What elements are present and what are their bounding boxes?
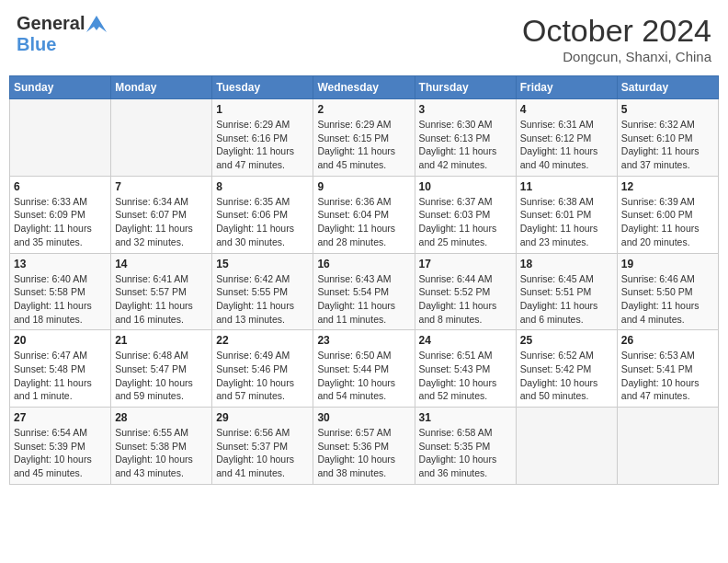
logo: General Blue	[17, 13, 107, 55]
day-info: Sunrise: 6:44 AM Sunset: 5:52 PM Dayligh…	[419, 272, 512, 327]
day-info: Sunrise: 6:45 AM Sunset: 5:51 PM Dayligh…	[520, 272, 613, 327]
location-title: Dongcun, Shanxi, China	[522, 49, 711, 64]
calendar-day-header: Sunday	[10, 76, 111, 99]
calendar-cell: 20Sunrise: 6:47 AM Sunset: 5:48 PM Dayli…	[10, 330, 111, 408]
calendar-cell: 31Sunrise: 6:58 AM Sunset: 5:35 PM Dayli…	[415, 408, 516, 485]
day-info: Sunrise: 6:32 AM Sunset: 6:10 PM Dayligh…	[621, 118, 714, 172]
day-number: 30	[317, 411, 410, 424]
calendar-cell: 28Sunrise: 6:55 AM Sunset: 5:38 PM Dayli…	[111, 408, 212, 485]
day-number: 12	[621, 180, 714, 193]
day-number: 20	[14, 334, 107, 347]
day-info: Sunrise: 6:57 AM Sunset: 5:36 PM Dayligh…	[317, 426, 410, 480]
calendar-cell: 5Sunrise: 6:32 AM Sunset: 6:10 PM Daylig…	[617, 99, 718, 177]
calendar-cell	[111, 99, 212, 177]
day-info: Sunrise: 6:30 AM Sunset: 6:13 PM Dayligh…	[419, 118, 512, 172]
day-number: 16	[317, 258, 410, 270]
calendar-day-header: Wednesday	[313, 76, 415, 99]
calendar-cell: 24Sunrise: 6:51 AM Sunset: 5:43 PM Dayli…	[415, 330, 516, 408]
day-number: 31	[419, 411, 512, 424]
calendar-cell: 12Sunrise: 6:39 AM Sunset: 6:00 PM Dayli…	[617, 176, 718, 253]
calendar-day-header: Saturday	[617, 76, 718, 99]
calendar-cell: 11Sunrise: 6:38 AM Sunset: 6:01 PM Dayli…	[516, 176, 617, 253]
calendar-cell: 1Sunrise: 6:29 AM Sunset: 6:16 PM Daylig…	[212, 99, 313, 177]
day-info: Sunrise: 6:35 AM Sunset: 6:06 PM Dayligh…	[216, 195, 309, 249]
day-number: 18	[520, 258, 613, 270]
calendar-cell: 16Sunrise: 6:43 AM Sunset: 5:54 PM Dayli…	[313, 253, 415, 330]
calendar-day-header: Friday	[516, 76, 617, 99]
day-info: Sunrise: 6:54 AM Sunset: 5:39 PM Dayligh…	[14, 426, 107, 480]
calendar-cell: 8Sunrise: 6:35 AM Sunset: 6:06 PM Daylig…	[212, 176, 313, 253]
calendar-day-header: Thursday	[415, 76, 516, 99]
day-info: Sunrise: 6:41 AM Sunset: 5:57 PM Dayligh…	[115, 272, 208, 327]
calendar-cell: 25Sunrise: 6:52 AM Sunset: 5:42 PM Dayli…	[516, 330, 617, 408]
day-number: 29	[216, 411, 309, 424]
day-info: Sunrise: 6:51 AM Sunset: 5:43 PM Dayligh…	[419, 349, 512, 403]
day-info: Sunrise: 6:49 AM Sunset: 5:46 PM Dayligh…	[216, 349, 309, 403]
day-info: Sunrise: 6:43 AM Sunset: 5:54 PM Dayligh…	[317, 272, 410, 327]
calendar-cell: 9Sunrise: 6:36 AM Sunset: 6:04 PM Daylig…	[313, 176, 415, 253]
calendar-cell: 22Sunrise: 6:49 AM Sunset: 5:46 PM Dayli…	[212, 330, 313, 408]
title-area: October 2024 Dongcun, Shanxi, China	[522, 13, 711, 64]
calendar-cell: 17Sunrise: 6:44 AM Sunset: 5:52 PM Dayli…	[415, 253, 516, 330]
day-number: 4	[520, 103, 613, 116]
day-number: 23	[317, 334, 410, 347]
day-info: Sunrise: 6:50 AM Sunset: 5:44 PM Dayligh…	[317, 349, 410, 403]
day-info: Sunrise: 6:34 AM Sunset: 6:07 PM Dayligh…	[115, 195, 208, 249]
calendar-cell: 14Sunrise: 6:41 AM Sunset: 5:57 PM Dayli…	[111, 253, 212, 330]
calendar-cell	[617, 408, 718, 485]
month-title: October 2024	[522, 13, 711, 49]
day-info: Sunrise: 6:29 AM Sunset: 6:15 PM Dayligh…	[317, 118, 410, 172]
calendar-cell: 10Sunrise: 6:37 AM Sunset: 6:03 PM Dayli…	[415, 176, 516, 253]
day-info: Sunrise: 6:55 AM Sunset: 5:38 PM Dayligh…	[115, 426, 208, 480]
calendar-cell	[10, 99, 111, 177]
day-number: 6	[14, 180, 107, 193]
day-info: Sunrise: 6:58 AM Sunset: 5:35 PM Dayligh…	[419, 426, 512, 480]
day-number: 1	[216, 103, 309, 116]
calendar-cell: 13Sunrise: 6:40 AM Sunset: 5:58 PM Dayli…	[10, 253, 111, 330]
day-number: 3	[419, 103, 512, 116]
day-info: Sunrise: 6:52 AM Sunset: 5:42 PM Dayligh…	[520, 349, 613, 403]
day-info: Sunrise: 6:42 AM Sunset: 5:55 PM Dayligh…	[216, 272, 309, 327]
day-number: 25	[520, 334, 613, 347]
calendar-cell: 26Sunrise: 6:53 AM Sunset: 5:41 PM Dayli…	[617, 330, 718, 408]
day-info: Sunrise: 6:37 AM Sunset: 6:03 PM Dayligh…	[419, 195, 512, 249]
day-number: 27	[14, 411, 107, 424]
calendar-cell: 19Sunrise: 6:46 AM Sunset: 5:50 PM Dayli…	[617, 253, 718, 330]
calendar-table: SundayMondayTuesdayWednesdayThursdayFrid…	[9, 75, 719, 485]
day-number: 22	[216, 334, 309, 347]
calendar-cell: 29Sunrise: 6:56 AM Sunset: 5:37 PM Dayli…	[212, 408, 313, 485]
calendar-day-header: Tuesday	[212, 76, 313, 99]
day-number: 5	[621, 103, 714, 116]
calendar-cell: 6Sunrise: 6:33 AM Sunset: 6:09 PM Daylig…	[10, 176, 111, 253]
calendar-cell: 3Sunrise: 6:30 AM Sunset: 6:13 PM Daylig…	[415, 99, 516, 177]
day-number: 26	[621, 334, 714, 347]
day-info: Sunrise: 6:53 AM Sunset: 5:41 PM Dayligh…	[621, 349, 714, 403]
calendar-day-header: Monday	[111, 76, 212, 99]
day-number: 2	[317, 103, 410, 116]
logo-blue-text: Blue	[17, 34, 56, 54]
day-info: Sunrise: 6:38 AM Sunset: 6:01 PM Dayligh…	[520, 195, 613, 249]
calendar-cell: 4Sunrise: 6:31 AM Sunset: 6:12 PM Daylig…	[516, 99, 617, 177]
day-number: 19	[621, 258, 714, 270]
day-number: 7	[115, 180, 208, 193]
day-number: 28	[115, 411, 208, 424]
calendar-cell: 23Sunrise: 6:50 AM Sunset: 5:44 PM Dayli…	[313, 330, 415, 408]
day-info: Sunrise: 6:40 AM Sunset: 5:58 PM Dayligh…	[14, 272, 107, 327]
day-info: Sunrise: 6:36 AM Sunset: 6:04 PM Dayligh…	[317, 195, 410, 249]
day-number: 14	[115, 258, 208, 270]
day-number: 15	[216, 258, 309, 270]
day-info: Sunrise: 6:47 AM Sunset: 5:48 PM Dayligh…	[14, 349, 107, 403]
page-header: General Blue October 2024 Dongcun, Shanx…	[9, 9, 719, 68]
day-number: 13	[14, 258, 107, 270]
day-number: 9	[317, 180, 410, 193]
calendar-cell: 2Sunrise: 6:29 AM Sunset: 6:15 PM Daylig…	[313, 99, 415, 177]
day-number: 11	[520, 180, 613, 193]
day-info: Sunrise: 6:33 AM Sunset: 6:09 PM Dayligh…	[14, 195, 107, 249]
day-info: Sunrise: 6:29 AM Sunset: 6:16 PM Dayligh…	[216, 118, 309, 172]
day-info: Sunrise: 6:31 AM Sunset: 6:12 PM Dayligh…	[520, 118, 613, 172]
calendar-cell: 30Sunrise: 6:57 AM Sunset: 5:36 PM Dayli…	[313, 408, 415, 485]
day-info: Sunrise: 6:39 AM Sunset: 6:00 PM Dayligh…	[621, 195, 714, 249]
calendar-cell: 15Sunrise: 6:42 AM Sunset: 5:55 PM Dayli…	[212, 253, 313, 330]
day-number: 24	[419, 334, 512, 347]
day-number: 17	[419, 258, 512, 270]
